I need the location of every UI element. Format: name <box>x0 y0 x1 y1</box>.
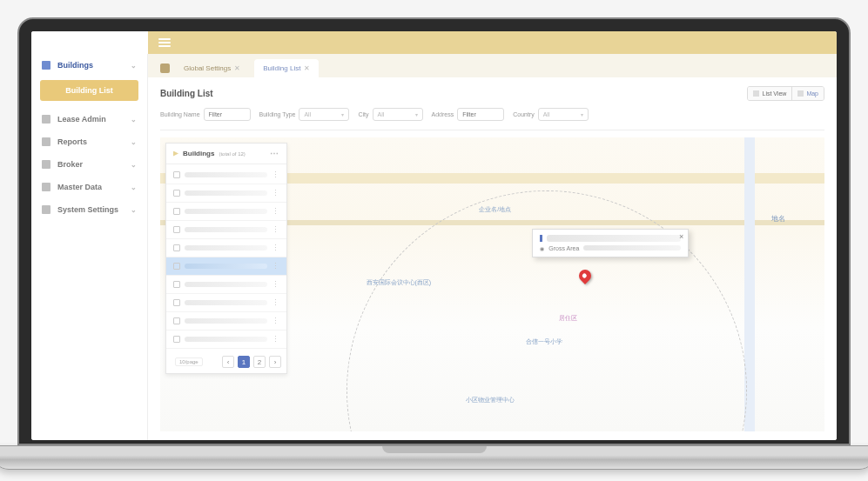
more-icon[interactable]: ⋮ <box>272 298 279 307</box>
pager-prev[interactable]: ‹ <box>222 356 234 368</box>
more-icon[interactable]: ⋮ <box>272 262 279 271</box>
redacted-text <box>185 245 267 251</box>
content-area: Building List List View Map <box>148 77 837 440</box>
sidebar: Buildings ⌄ Building List Lease Admin ⌄ … <box>31 31 148 440</box>
filter-city: City All▾ <box>358 108 422 121</box>
more-icon[interactable]: ⋮ <box>272 225 279 234</box>
view-label: List View <box>762 90 786 97</box>
close-icon[interactable]: ✕ <box>234 64 240 72</box>
home-icon[interactable] <box>160 63 170 73</box>
more-icon[interactable]: ⋮ <box>272 317 279 325</box>
redacted-text <box>185 172 267 177</box>
filter-building-type: Building Type All▾ <box>259 108 350 121</box>
filter-label: Address <box>432 111 454 117</box>
map-canvas[interactable]: 企业名/地点 西安国际会议中心(西区) 合信一号小学 小区物业管理中心 地名 居… <box>160 137 824 431</box>
list-item[interactable]: ⋮ <box>166 221 286 239</box>
list-item[interactable]: ⋮ <box>166 276 286 294</box>
building-icon <box>173 263 180 270</box>
building-icon <box>173 336 180 343</box>
more-icon[interactable]: ⋮ <box>272 189 279 197</box>
chevron-down-icon: ⌄ <box>131 206 137 214</box>
building-icon <box>173 226 180 233</box>
hamburger-icon[interactable] <box>158 42 171 43</box>
laptop-base <box>0 445 868 470</box>
map-poi-label: 小区物业管理中心 <box>466 396 515 404</box>
map-view-button[interactable]: Map <box>792 87 824 100</box>
chevron-down-icon: ⌄ <box>131 62 137 70</box>
close-icon[interactable]: ✕ <box>304 64 310 72</box>
redacted-text <box>583 245 681 251</box>
list-item[interactable]: ⋮ <box>166 312 286 331</box>
tab-label: Building List <box>263 64 300 72</box>
list-item[interactable]: ⋮ <box>166 257 286 276</box>
chevron-down-icon: ▾ <box>341 111 344 117</box>
topbar <box>148 31 837 54</box>
more-icon[interactable]: ⋮ <box>272 280 279 289</box>
close-icon[interactable]: × <box>679 232 683 241</box>
list-view-button[interactable]: List View <box>748 87 792 100</box>
building-tooltip: × ◉ Gross Area <box>532 229 689 257</box>
panel-count: (total of 12) <box>219 151 245 157</box>
filter-label: Building Name <box>160 111 200 117</box>
nav-lease-admin[interactable]: Lease Admin ⌄ <box>31 108 147 130</box>
list-item[interactable]: ⋮ <box>166 239 286 257</box>
eye-icon: ◉ <box>540 245 544 251</box>
chevron-down-icon: ⌄ <box>131 184 137 191</box>
filter-building-name: Building Name <box>160 108 251 121</box>
broker-icon <box>42 160 50 169</box>
building-icon <box>173 171 180 178</box>
more-icon[interactable]: ⋯ <box>270 149 279 158</box>
filter-label: Building Type <box>259 111 296 117</box>
list-item[interactable]: ⋮ <box>166 294 286 312</box>
nav-broker[interactable]: Broker ⌄ <box>31 153 147 176</box>
list-item[interactable]: ⋮ <box>166 331 286 349</box>
panel-title: Buildings <box>183 150 214 157</box>
filter-label: City <box>358 111 368 117</box>
settings-icon <box>42 205 50 214</box>
more-icon[interactable]: ⋮ <box>272 170 279 179</box>
tab-building-list[interactable]: Building List ✕ <box>254 59 319 77</box>
list-item[interactable]: ⋮ <box>166 184 286 203</box>
list-item[interactable]: ⋮ <box>166 166 286 184</box>
building-name-input[interactable] <box>204 108 251 121</box>
building-type-select[interactable]: All▾ <box>299 108 349 121</box>
nav-master-data[interactable]: Master Data ⌄ <box>31 176 147 198</box>
more-icon[interactable]: ⋮ <box>272 207 279 216</box>
city-select[interactable]: All▾ <box>373 108 423 121</box>
chevron-down-icon: ⌄ <box>131 116 137 124</box>
map-poi-label: 合信一号小学 <box>526 337 562 346</box>
list-item[interactable]: ⋮ <box>166 203 286 221</box>
building-icon <box>173 190 180 197</box>
nav-label: Reports <box>57 137 87 146</box>
more-icon[interactable]: ⋮ <box>272 335 279 344</box>
laptop-frame: Buildings ⌄ Building List Lease Admin ⌄ … <box>17 17 851 470</box>
tab-global-settings[interactable]: Global Settings ✕ <box>175 59 249 77</box>
nav-label: Lease Admin <box>57 115 106 124</box>
address-input[interactable] <box>457 108 504 121</box>
panel-header: Buildings (total of 12) ⋯ <box>166 144 286 164</box>
nav-label: Master Data <box>57 183 102 191</box>
chevron-down-icon: ▾ <box>415 111 418 117</box>
view-label: Map <box>806 90 818 97</box>
app-screen: Buildings ⌄ Building List Lease Admin ⌄ … <box>31 31 837 440</box>
redacted-text <box>185 318 267 324</box>
map-poi-label: 居住区 <box>559 314 577 323</box>
pager-page[interactable]: 2 <box>253 356 266 368</box>
tab-label: Global Settings <box>184 64 231 72</box>
nav-reports[interactable]: Reports ⌄ <box>31 130 147 153</box>
nav-label: Buildings <box>57 61 93 70</box>
redacted-text <box>185 282 267 287</box>
nav-buildings[interactable]: Buildings ⌄ <box>31 54 147 77</box>
per-page-select[interactable]: 10/page <box>175 357 203 366</box>
pager-next[interactable]: › <box>269 356 281 368</box>
reports-icon <box>42 137 50 146</box>
tabs-row: Global Settings ✕ Building List ✕ <box>148 54 837 77</box>
map-boundary <box>347 190 747 431</box>
pager-page[interactable]: 1 <box>238 356 250 368</box>
subnav-building-list[interactable]: Building List <box>40 80 138 101</box>
country-select[interactable]: All▾ <box>538 108 589 121</box>
redacted-text <box>185 190 267 196</box>
nav-system-settings[interactable]: System Settings ⌄ <box>31 198 147 221</box>
more-icon[interactable]: ⋮ <box>272 244 279 252</box>
nav-label: System Settings <box>57 205 118 214</box>
